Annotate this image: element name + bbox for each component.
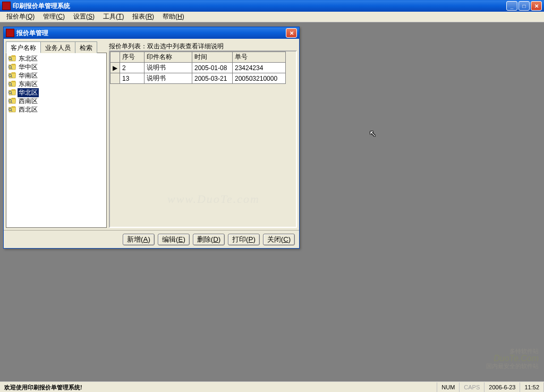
region-label: 西南区 bbox=[18, 97, 39, 106]
cell-serial: 2 bbox=[120, 63, 144, 73]
region-item[interactable]: 华北区 bbox=[7, 88, 105, 97]
cell-code: 200503210000 bbox=[233, 73, 286, 84]
region-item[interactable]: 华中区 bbox=[7, 63, 105, 71]
dialog-body: 客户名称 业务人员 检索 东北区华中区华南区东南区华北区西南区西北区 报价单列表… bbox=[4, 39, 299, 230]
menu-settings[interactable]: 设置(S) bbox=[69, 11, 99, 22]
edit-button[interactable]: 编辑(E) bbox=[158, 234, 190, 245]
region-label: 华北区 bbox=[18, 88, 39, 97]
region-item[interactable]: 西北区 bbox=[7, 105, 105, 114]
cell-time: 2005-03-21 bbox=[192, 73, 233, 84]
region-tree[interactable]: 东北区华中区华南区东南区华北区西南区西北区 bbox=[6, 53, 107, 228]
right-panel: 报价单列表：双击选中列表查看详细说明 序号 印件名称 时间 单号 bbox=[109, 41, 297, 228]
folder-search-icon bbox=[8, 72, 16, 79]
table-row[interactable]: ▶2说明书2005-01-0823424234 bbox=[110, 63, 286, 73]
cell-serial: 13 bbox=[120, 73, 144, 84]
menu-tools[interactable]: 工具(T) bbox=[99, 11, 128, 22]
cell-item_name: 说明书 bbox=[144, 63, 192, 73]
grid-col-time[interactable]: 时间 bbox=[192, 52, 233, 63]
tab-strip: 客户名称 业务人员 检索 bbox=[6, 41, 107, 53]
brand-footer: 多特软件站 DuoTe.Com 国内最安全的软件站 bbox=[486, 347, 539, 370]
mdi-client-area: 报价单管理 ✕ 客户名称 业务人员 检索 东北区华中区华南区东南区华北区西南区西… bbox=[0, 22, 544, 381]
print-button[interactable]: 打印(P) bbox=[228, 234, 260, 245]
quotation-manage-dialog: 报价单管理 ✕ 客户名称 业务人员 检索 东北区华中区华南区东南区华北区西南区西… bbox=[3, 27, 300, 249]
row-indicator: ▶ bbox=[110, 63, 120, 73]
region-item[interactable]: 东南区 bbox=[7, 80, 105, 88]
maximize-button[interactable]: □ bbox=[518, 1, 530, 11]
status-date: 2006-6-23 bbox=[484, 382, 520, 392]
cell-code: 23424234 bbox=[233, 63, 286, 73]
region-label: 东北区 bbox=[18, 54, 39, 63]
grid-col-serial[interactable]: 序号 bbox=[120, 52, 144, 63]
cell-time: 2005-01-08 bbox=[192, 63, 233, 73]
dialog-title: 报价单管理 bbox=[16, 29, 286, 38]
tab-staff[interactable]: 业务人员 bbox=[40, 41, 75, 53]
close-dialog-button[interactable]: 关闭(C) bbox=[263, 234, 295, 245]
app-title: 印刷报价单管理系统 bbox=[13, 2, 506, 11]
menu-help[interactable]: 帮助(H) bbox=[158, 11, 189, 22]
grid-col-indicator[interactable] bbox=[110, 52, 120, 63]
add-button[interactable]: 新增(A) bbox=[123, 234, 155, 245]
status-time: 11:52 bbox=[520, 382, 544, 392]
region-item[interactable]: 东北区 bbox=[7, 54, 105, 63]
statusbar: 欢迎使用印刷报价单管理系统! NUM CAPS 2006-6-23 11:52 bbox=[0, 381, 544, 392]
folder-search-icon bbox=[8, 64, 16, 70]
menu-quotation[interactable]: 报价单(Q) bbox=[2, 11, 39, 22]
cell-item_name: 说明书 bbox=[144, 73, 192, 84]
table-row[interactable]: 13说明书2005-03-21200503210000 bbox=[110, 73, 286, 84]
region-label: 华中区 bbox=[18, 63, 39, 72]
menubar: 报价单(Q) 管理(C) 设置(S) 工具(T) 报表(R) 帮助(H) bbox=[0, 12, 544, 22]
dialog-titlebar[interactable]: 报价单管理 ✕ bbox=[4, 27, 299, 39]
status-caps: CAPS bbox=[460, 382, 484, 392]
folder-search-icon bbox=[8, 55, 16, 62]
dialog-button-bar: 新增(A) 编辑(E) 删除(D) 打印(P) 关闭(C) bbox=[4, 230, 299, 248]
left-tab-control: 客户名称 业务人员 检索 东北区华中区华南区东南区华北区西南区西北区 bbox=[6, 41, 107, 228]
brand-cn: 多特软件站 bbox=[486, 347, 539, 355]
tab-customer-name[interactable]: 客户名称 bbox=[6, 41, 41, 53]
region-label: 东南区 bbox=[18, 80, 39, 89]
region-label: 西北区 bbox=[18, 105, 39, 114]
grid-col-code[interactable]: 单号 bbox=[233, 52, 286, 63]
folder-search-icon bbox=[8, 81, 16, 87]
brand-en: DuoTe.Com bbox=[486, 355, 539, 362]
status-num: NUM bbox=[437, 382, 460, 392]
folder-search-icon bbox=[8, 106, 16, 113]
grid-col-item-name[interactable]: 印件名称 bbox=[144, 52, 192, 63]
tab-search[interactable]: 检索 bbox=[75, 41, 97, 53]
menu-reports[interactable]: 报表(R) bbox=[128, 11, 158, 22]
cursor-icon: ↖ bbox=[369, 129, 376, 139]
folder-search-icon bbox=[8, 89, 16, 96]
quotation-grid[interactable]: 序号 印件名称 时间 单号 ▶2说明书2005-01-0823424234 13… bbox=[109, 50, 297, 228]
row-indicator bbox=[110, 73, 120, 84]
region-label: 华南区 bbox=[18, 71, 39, 80]
minimize-button[interactable]: _ bbox=[506, 1, 517, 11]
region-item[interactable]: 西南区 bbox=[7, 97, 105, 105]
region-item[interactable]: 华南区 bbox=[7, 71, 105, 80]
window-buttons: _ □ ✕ bbox=[506, 1, 542, 11]
list-caption: 报价单列表：双击选中列表查看详细说明 bbox=[109, 41, 297, 50]
main-titlebar: 印刷报价单管理系统 _ □ ✕ bbox=[0, 0, 544, 12]
status-welcome: 欢迎使用印刷报价单管理系统! bbox=[0, 382, 437, 392]
dialog-icon bbox=[6, 29, 14, 37]
close-button[interactable]: ✕ bbox=[531, 1, 542, 11]
menu-manage[interactable]: 管理(C) bbox=[39, 11, 69, 22]
dialog-close-button[interactable]: ✕ bbox=[286, 28, 297, 38]
folder-search-icon bbox=[8, 98, 16, 104]
delete-button[interactable]: 删除(D) bbox=[193, 234, 225, 245]
app-icon bbox=[2, 2, 11, 10]
brand-tagline: 国内最安全的软件站 bbox=[486, 362, 539, 370]
